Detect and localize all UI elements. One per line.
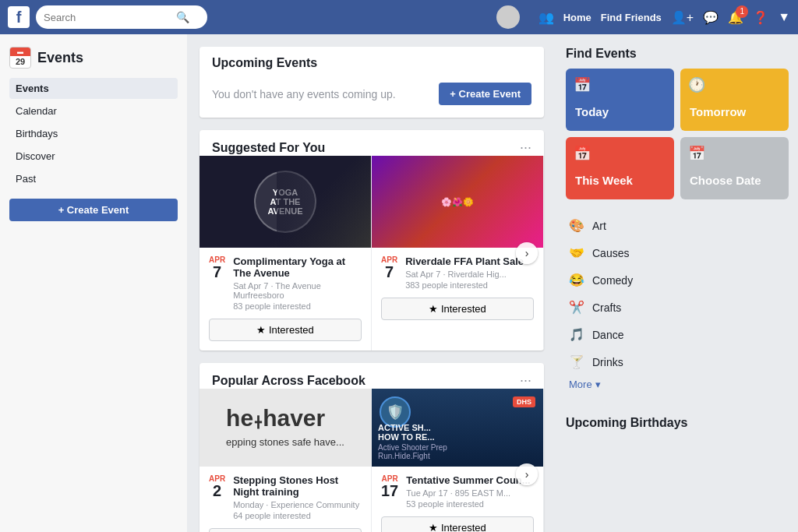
- find-today-button[interactable]: 📅 Today: [566, 69, 674, 131]
- category-crafts[interactable]: ✂️ Crafts: [566, 294, 789, 321]
- popular-scroll-right-arrow[interactable]: ›: [516, 463, 538, 485]
- popular-event-1-details: Stepping Stones Host Night training Mond…: [233, 474, 362, 520]
- suggested-event-1-date: APR 7: [209, 255, 225, 311]
- friend-requests-icon[interactable]: 👥: [538, 10, 554, 25]
- category-art[interactable]: 🎨 Art: [566, 212, 789, 239]
- suggested-event-item-1: YOGAAT THE AVENUE APR 7 Complimentary Yo…: [200, 156, 372, 351]
- causes-label: Causes: [592, 247, 629, 259]
- sidebar-item-calendar[interactable]: Calendar: [9, 100, 178, 122]
- flowers-event-image: 🌸🌺🌼: [372, 156, 543, 248]
- popular-events-menu[interactable]: ···: [520, 372, 531, 389]
- suggested-events-title: Suggested For You: [212, 141, 325, 155]
- popular-event-2-interested: 53 people interested: [406, 499, 534, 509]
- find-choose-date-button[interactable]: 📅 Choose Date: [680, 137, 789, 199]
- sidebar-header: ▬ 29 Events: [9, 47, 178, 69]
- no-events-text: You don't have any events coming up.: [212, 88, 396, 100]
- find-events-title: Find Events: [566, 47, 789, 61]
- upcoming-events-header: Upcoming Events: [200, 47, 544, 70]
- popular-event-1-meta: Monday · Experience Community: [233, 500, 362, 509]
- comedy-icon: 😂: [569, 273, 584, 287]
- comedy-label: Comedy: [592, 274, 633, 287]
- friend-add-icon[interactable]: 👤+: [671, 10, 694, 25]
- categories-section: 🎨 Art 🤝 Causes 😂 Comedy ✂️ Crafts 🎵 Danc…: [566, 212, 789, 393]
- sidebar-create-event-button[interactable]: + Create Event: [9, 199, 178, 221]
- shooter-badge: DHS: [513, 396, 535, 407]
- suggested-scroll-right-arrow[interactable]: ›: [516, 242, 538, 264]
- popular-event-2-interested-button[interactable]: ★ Interested: [381, 516, 534, 532]
- suggested-events-scroll: YOGAAT THE AVENUE APR 7 Complimentary Yo…: [200, 156, 544, 351]
- notification-badge: 1: [736, 5, 748, 18]
- suggested-event-2-interested-button[interactable]: ★ Interested: [381, 298, 534, 320]
- category-causes[interactable]: 🤝 Causes: [566, 239, 789, 266]
- upcoming-birthdays-title: Upcoming Birthdays: [566, 416, 789, 430]
- calendar-icon: ▬ 29: [9, 47, 31, 69]
- sidebar-item-discover[interactable]: Discover: [9, 146, 178, 167]
- popular-event-2-details: Tentative Summer Coun... Tue Apr 17 · 89…: [406, 474, 534, 509]
- popular-event-item-2: 🛡️ DHS ACTIVE SH...HOW TO RE... Active S…: [372, 389, 544, 532]
- find-friends-link[interactable]: Find Friends: [601, 12, 662, 23]
- popular-event-2-day: 17: [381, 483, 398, 499]
- facebook-logo: f: [8, 6, 30, 28]
- popular-event-1-date: APR 2: [209, 474, 225, 520]
- sidebar-item-past[interactable]: Past: [9, 168, 178, 189]
- popular-events-scroll: he╋haver epping stones safe have... APR …: [200, 389, 544, 532]
- suggested-event-1-info: APR 7 Complimentary Yoga at The Avenue S…: [200, 248, 371, 319]
- popular-event-2-meta: Tue Apr 17 · 895 EAST M...: [406, 488, 534, 498]
- popular-event-1-info: APR 2 Stepping Stones Host Night trainin…: [200, 467, 371, 528]
- tomorrow-label: Tomorrow: [690, 105, 779, 118]
- shooter-title: ACTIVE SH...HOW TO RE...: [378, 423, 435, 442]
- this-week-label: This Week: [575, 174, 665, 187]
- popular-events-title: Popular Across Facebook: [212, 374, 365, 388]
- art-icon: 🎨: [569, 218, 584, 233]
- right-sidebar: Find Events 📅 Today 🕐 Tomorrow 📅 This We…: [556, 34, 798, 532]
- popular-event-1-interested-button[interactable]: ★ Interested: [209, 528, 362, 532]
- upcoming-events-body: You don't have any events coming up. + C…: [200, 70, 544, 118]
- popular-events-header: Popular Across Facebook ···: [200, 363, 544, 389]
- shooter-sub: Active Shooter PrepRun.Hide.Fight: [378, 443, 447, 460]
- avatar[interactable]: [496, 5, 520, 29]
- find-events-grid: 📅 Today 🕐 Tomorrow 📅 This Week 📅 Choose …: [566, 69, 789, 199]
- page-wrap: ▬ 29 Events Events Calendar Birthdays Di…: [0, 34, 798, 532]
- popular-event-1-day: 2: [209, 483, 225, 499]
- help-icon[interactable]: ❓: [753, 10, 768, 25]
- upcoming-events-card: Upcoming Events You don't have any event…: [200, 47, 544, 118]
- choose-date-label: Choose Date: [690, 174, 779, 187]
- drinks-label: Drinks: [592, 356, 623, 368]
- shooter-event-image: 🛡️ DHS ACTIVE SH...HOW TO RE... Active S…: [372, 389, 543, 467]
- suggested-event-1-interested-button[interactable]: ★ Interested: [209, 319, 362, 341]
- suggested-events-card: Suggested For You ··· YOGAAT THE AVENUE …: [200, 130, 544, 351]
- main-content: Upcoming Events You don't have any event…: [187, 34, 556, 532]
- suggested-events-menu[interactable]: ···: [520, 139, 531, 156]
- suggested-event-2-interested: 383 people interested: [405, 280, 534, 290]
- category-dance[interactable]: 🎵 Dance: [566, 321, 789, 348]
- popular-events-card: Popular Across Facebook ··· he╋haver epp…: [200, 363, 544, 532]
- dance-label: Dance: [592, 329, 623, 341]
- messages-icon[interactable]: 💬: [703, 10, 719, 25]
- today-calendar-icon: 📅: [574, 76, 591, 93]
- suggested-event-2-name: Riverdale FFA Plant Sale: [405, 255, 534, 267]
- haven-event-image: he╋haver epping stones safe have...: [200, 389, 371, 467]
- drinks-icon: 🍸: [569, 354, 584, 369]
- home-link[interactable]: Home: [563, 12, 591, 23]
- left-sidebar: ▬ 29 Events Events Calendar Birthdays Di…: [0, 34, 187, 532]
- crafts-label: Crafts: [592, 301, 621, 314]
- notifications-icon[interactable]: 🔔 1: [728, 10, 743, 25]
- category-comedy[interactable]: 😂 Comedy: [566, 266, 789, 294]
- popular-event-1-name: Stepping Stones Host Night training: [233, 474, 362, 498]
- find-tomorrow-button[interactable]: 🕐 Tomorrow: [680, 69, 789, 131]
- sidebar-item-birthdays[interactable]: Birthdays: [9, 123, 178, 144]
- sidebar-title: Events: [37, 50, 83, 66]
- search-bar[interactable]: 🔍: [36, 5, 207, 29]
- sidebar-item-events[interactable]: Events: [9, 78, 178, 99]
- dropdown-arrow-icon[interactable]: ▼: [778, 10, 790, 24]
- art-label: Art: [592, 220, 606, 232]
- create-event-inline-button[interactable]: + Create Event: [439, 83, 531, 105]
- cal-icon-num: 29: [16, 56, 25, 66]
- more-categories-link[interactable]: More ▾: [566, 375, 789, 393]
- find-this-week-button[interactable]: 📅 This Week: [566, 137, 674, 199]
- category-drinks[interactable]: 🍸 Drinks: [566, 348, 789, 375]
- yoga-person-overlay: [277, 156, 371, 248]
- search-input[interactable]: [44, 12, 176, 23]
- upcoming-events-title: Upcoming Events: [212, 56, 317, 70]
- causes-icon: 🤝: [569, 245, 584, 260]
